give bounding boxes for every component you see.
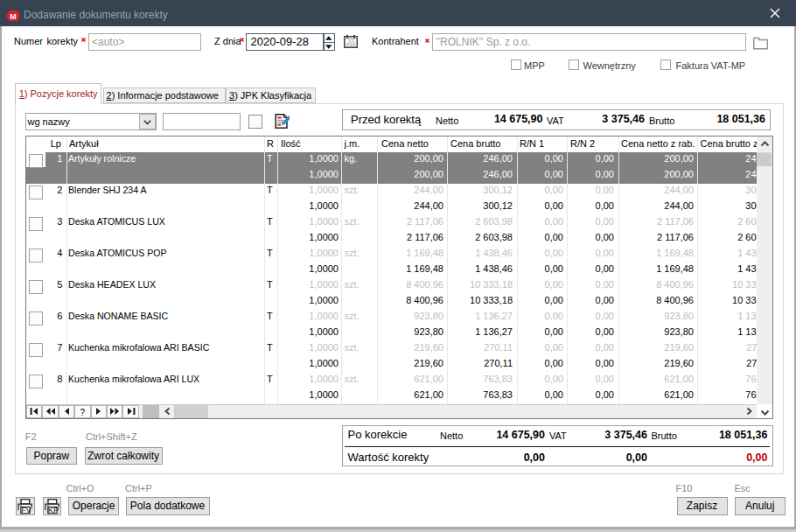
svg-text:FV: FV bbox=[21, 505, 32, 514]
svg-text:KP: KP bbox=[47, 505, 59, 514]
